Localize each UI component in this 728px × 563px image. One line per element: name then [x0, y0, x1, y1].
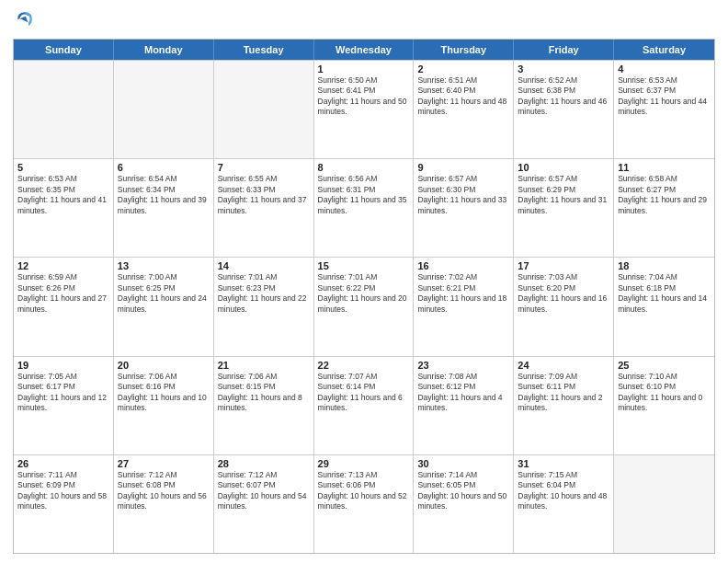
- day-info: Sunrise: 7:06 AMSunset: 6:15 PMDaylight:…: [218, 372, 310, 414]
- day-number: 19: [17, 360, 109, 371]
- day-cell: 2Sunrise: 6:51 AMSunset: 6:40 PMDaylight…: [414, 61, 514, 158]
- logo-icon: [15, 9, 35, 29]
- day-number: 8: [318, 162, 410, 173]
- day-info: Sunrise: 6:56 AMSunset: 6:31 PMDaylight:…: [318, 174, 410, 216]
- empty-cell: [614, 455, 714, 553]
- weekday-header: Saturday: [614, 40, 714, 60]
- day-number: 30: [417, 458, 509, 469]
- day-info: Sunrise: 6:50 AMSunset: 6:41 PMDaylight:…: [318, 75, 410, 118]
- day-info: Sunrise: 7:04 AMSunset: 6:18 PMDaylight:…: [618, 272, 711, 315]
- weekday-header: Thursday: [414, 40, 514, 60]
- day-cell: 27Sunrise: 7:12 AMSunset: 6:08 PMDayligh…: [114, 455, 214, 553]
- day-info: Sunrise: 6:53 AMSunset: 6:37 PMDaylight:…: [618, 75, 711, 118]
- day-number: 28: [218, 458, 310, 469]
- day-cell: 8Sunrise: 6:56 AMSunset: 6:31 PMDaylight…: [314, 159, 415, 257]
- day-info: Sunrise: 6:52 AMSunset: 6:38 PMDaylight:…: [518, 75, 609, 118]
- day-cell: 6Sunrise: 6:54 AMSunset: 6:34 PMDaylight…: [114, 159, 214, 257]
- empty-cell: [214, 61, 314, 158]
- day-cell: 30Sunrise: 7:14 AMSunset: 6:05 PMDayligh…: [414, 455, 514, 553]
- day-number: 13: [118, 260, 210, 271]
- day-number: 17: [518, 260, 609, 271]
- day-cell: 31Sunrise: 7:15 AMSunset: 6:04 PMDayligh…: [514, 455, 614, 553]
- calendar: SundayMondayTuesdayWednesdayThursdayFrid…: [13, 39, 715, 554]
- day-info: Sunrise: 7:08 AMSunset: 6:12 PMDaylight:…: [417, 372, 509, 414]
- day-info: Sunrise: 6:53 AMSunset: 6:35 PMDaylight:…: [17, 174, 109, 216]
- day-number: 9: [417, 162, 509, 173]
- day-number: 6: [118, 162, 210, 173]
- day-cell: 17Sunrise: 7:03 AMSunset: 6:20 PMDayligh…: [514, 258, 614, 355]
- day-number: 20: [118, 360, 210, 371]
- empty-cell: [114, 61, 214, 158]
- day-number: 23: [417, 360, 509, 371]
- day-info: Sunrise: 6:51 AMSunset: 6:40 PMDaylight:…: [417, 75, 509, 118]
- day-number: 24: [518, 360, 609, 371]
- empty-cell: [14, 61, 114, 158]
- day-number: 27: [118, 458, 210, 469]
- day-cell: 28Sunrise: 7:12 AMSunset: 6:07 PMDayligh…: [214, 455, 314, 553]
- day-cell: 11Sunrise: 6:58 AMSunset: 6:27 PMDayligh…: [614, 159, 714, 257]
- day-number: 1: [318, 63, 410, 75]
- day-number: 11: [618, 162, 711, 173]
- calendar-row: 12Sunrise: 6:59 AMSunset: 6:26 PMDayligh…: [14, 257, 714, 355]
- day-info: Sunrise: 7:15 AMSunset: 6:04 PMDaylight:…: [518, 470, 609, 512]
- weekday-header: Wednesday: [314, 40, 415, 60]
- day-cell: 10Sunrise: 6:57 AMSunset: 6:29 PMDayligh…: [514, 159, 614, 257]
- day-number: 4: [618, 63, 711, 75]
- day-info: Sunrise: 7:01 AMSunset: 6:23 PMDaylight:…: [218, 272, 310, 315]
- day-info: Sunrise: 7:01 AMSunset: 6:22 PMDaylight:…: [318, 272, 410, 315]
- day-number: 22: [318, 360, 410, 371]
- day-number: 25: [618, 360, 711, 371]
- logo: [13, 9, 35, 33]
- day-cell: 22Sunrise: 7:07 AMSunset: 6:14 PMDayligh…: [314, 357, 415, 454]
- day-number: 5: [17, 162, 109, 173]
- day-info: Sunrise: 7:09 AMSunset: 6:11 PMDaylight:…: [518, 372, 609, 414]
- day-number: 10: [518, 162, 609, 173]
- day-number: 14: [218, 260, 310, 271]
- day-cell: 16Sunrise: 7:02 AMSunset: 6:21 PMDayligh…: [414, 258, 514, 355]
- day-info: Sunrise: 7:14 AMSunset: 6:05 PMDaylight:…: [417, 470, 509, 512]
- header: [13, 9, 715, 33]
- day-info: Sunrise: 6:59 AMSunset: 6:26 PMDaylight:…: [17, 272, 109, 315]
- day-info: Sunrise: 6:57 AMSunset: 6:30 PMDaylight:…: [417, 174, 509, 216]
- calendar-row: 1Sunrise: 6:50 AMSunset: 6:41 PMDaylight…: [14, 60, 714, 158]
- day-number: 18: [618, 260, 711, 271]
- day-cell: 13Sunrise: 7:00 AMSunset: 6:25 PMDayligh…: [114, 258, 214, 355]
- day-info: Sunrise: 7:13 AMSunset: 6:06 PMDaylight:…: [318, 470, 410, 512]
- day-info: Sunrise: 6:58 AMSunset: 6:27 PMDaylight:…: [618, 174, 711, 216]
- day-info: Sunrise: 7:02 AMSunset: 6:21 PMDaylight:…: [417, 272, 509, 315]
- day-info: Sunrise: 7:05 AMSunset: 6:17 PMDaylight:…: [17, 372, 109, 414]
- day-cell: 19Sunrise: 7:05 AMSunset: 6:17 PMDayligh…: [14, 357, 114, 454]
- day-info: Sunrise: 7:03 AMSunset: 6:20 PMDaylight:…: [518, 272, 609, 315]
- day-number: 3: [518, 63, 609, 75]
- weekday-header: Tuesday: [214, 40, 314, 60]
- calendar-row: 19Sunrise: 7:05 AMSunset: 6:17 PMDayligh…: [14, 356, 714, 454]
- day-cell: 21Sunrise: 7:06 AMSunset: 6:15 PMDayligh…: [214, 357, 314, 454]
- day-cell: 4Sunrise: 6:53 AMSunset: 6:37 PMDaylight…: [614, 61, 714, 158]
- weekday-header: Monday: [114, 40, 214, 60]
- day-number: 21: [218, 360, 310, 371]
- day-number: 12: [17, 260, 109, 271]
- day-number: 2: [417, 63, 509, 75]
- day-cell: 18Sunrise: 7:04 AMSunset: 6:18 PMDayligh…: [614, 258, 714, 355]
- day-cell: 29Sunrise: 7:13 AMSunset: 6:06 PMDayligh…: [314, 455, 415, 553]
- calendar-row: 5Sunrise: 6:53 AMSunset: 6:35 PMDaylight…: [14, 158, 714, 257]
- weekday-header: Sunday: [14, 40, 114, 60]
- calendar-row: 26Sunrise: 7:11 AMSunset: 6:09 PMDayligh…: [14, 454, 714, 553]
- day-number: 7: [218, 162, 310, 173]
- day-cell: 14Sunrise: 7:01 AMSunset: 6:23 PMDayligh…: [214, 258, 314, 355]
- weekday-header: Friday: [514, 40, 614, 60]
- svg-marker-0: [20, 17, 28, 22]
- day-number: 16: [417, 260, 509, 271]
- day-cell: 12Sunrise: 6:59 AMSunset: 6:26 PMDayligh…: [14, 258, 114, 355]
- day-number: 15: [318, 260, 410, 271]
- day-cell: 5Sunrise: 6:53 AMSunset: 6:35 PMDaylight…: [14, 159, 114, 257]
- day-cell: 26Sunrise: 7:11 AMSunset: 6:09 PMDayligh…: [14, 455, 114, 553]
- day-cell: 25Sunrise: 7:10 AMSunset: 6:10 PMDayligh…: [614, 357, 714, 454]
- day-info: Sunrise: 6:54 AMSunset: 6:34 PMDaylight:…: [118, 174, 210, 216]
- calendar-body: 1Sunrise: 6:50 AMSunset: 6:41 PMDaylight…: [14, 60, 714, 553]
- day-cell: 15Sunrise: 7:01 AMSunset: 6:22 PMDayligh…: [314, 258, 415, 355]
- day-cell: 23Sunrise: 7:08 AMSunset: 6:12 PMDayligh…: [414, 357, 514, 454]
- day-info: Sunrise: 7:07 AMSunset: 6:14 PMDaylight:…: [318, 372, 410, 414]
- day-info: Sunrise: 7:12 AMSunset: 6:07 PMDaylight:…: [218, 470, 310, 512]
- day-info: Sunrise: 6:55 AMSunset: 6:33 PMDaylight:…: [218, 174, 310, 216]
